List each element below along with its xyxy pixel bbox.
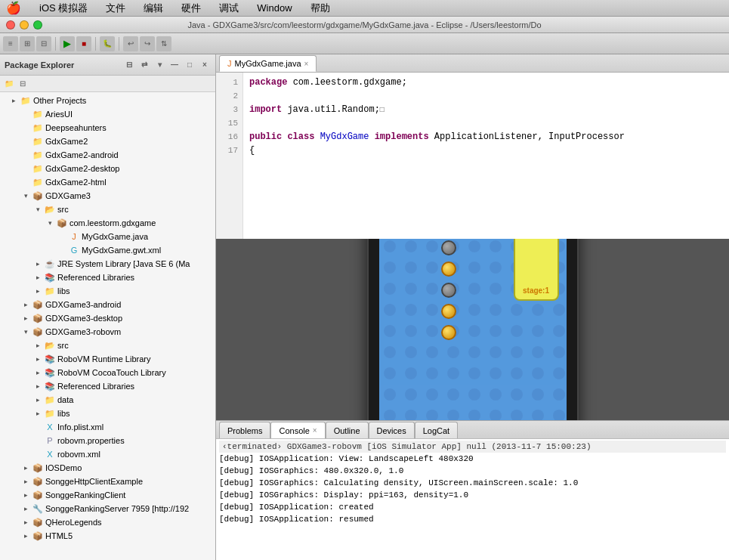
tree-item-robovm-cocoa[interactable]: ▸ 📚 RoboVM CocoaTouch Library	[0, 366, 215, 379]
tree-item-ariesui[interactable]: 📁 AriesUI	[0, 107, 215, 121]
stage-text: stage:1	[523, 286, 549, 295]
bottom-area: Problems Console × Outline Devices LogCa…	[216, 420, 729, 560]
songge-http-label: SonggeHttpClientExample	[45, 477, 143, 486]
tree-item-html5[interactable]: ▸ 📦 HTML5	[0, 529, 215, 543]
robovm-project-icon: 📦	[32, 326, 44, 338]
toolbar-btn-debug[interactable]: 🐛	[100, 36, 115, 51]
menu-edit[interactable]: 编辑	[141, 2, 166, 15]
toolbar-btn-stop[interactable]: ■	[76, 36, 91, 51]
tree-item-songge-http[interactable]: ▸ 📦 SonggeHttpClientExample	[0, 475, 215, 488]
props-icon: P	[44, 435, 56, 447]
songge-server-icon: 🔧	[32, 503, 44, 515]
tree-item-gdxgame2-android[interactable]: 📁 GdxGame2-android	[0, 148, 215, 162]
tree-item-libs[interactable]: ▸ 📁 libs	[0, 284, 215, 298]
tree-item-data[interactable]: ▸ 📁 data	[0, 393, 215, 407]
menu-simulator[interactable]: iOS 模拟器	[36, 2, 91, 15]
phone-screen: FPS:38 stage:1	[379, 239, 567, 420]
toolbar-btn-2[interactable]: ⊞	[20, 36, 35, 51]
panel-maximize-icon[interactable]: □	[184, 59, 196, 71]
console-output[interactable]: ‹terminated› GDXGame3-robovm [iOS Simula…	[216, 439, 729, 560]
new-folder-icon[interactable]: 📁	[3, 78, 15, 90]
tree-item-iosdemo[interactable]: ▸ 📦 IOSDemo	[0, 461, 215, 475]
tree-item-gdxgame2-desktop[interactable]: 📁 GdxGame2-desktop	[0, 162, 215, 175]
xml-icon: X	[44, 448, 56, 460]
tree-item-libs2[interactable]: ▸ 📁 libs	[0, 407, 215, 420]
tree-content: ▸ 📁 Other Projects 📁 AriesUI 📁 Deepseahu…	[0, 92, 215, 560]
code-content[interactable]: package com.leestorm.gdxgame; import jav…	[243, 73, 729, 239]
menu-help[interactable]: 帮助	[307, 2, 333, 15]
link-with-editor-icon[interactable]: ⇄	[138, 59, 150, 71]
apple-menu[interactable]: 🍎	[6, 1, 21, 15]
tab-problems[interactable]: Problems	[219, 422, 270, 438]
src-icon: 📂	[44, 203, 56, 215]
tree-item-jre[interactable]: ▸ ☕ JRE System Library [Java SE 6 (Ma	[0, 257, 215, 271]
folder-icon: 📁	[32, 176, 44, 188]
tree-item-mygdxgame-gwt[interactable]: G MyGdxGame.gwt.xml	[0, 243, 215, 257]
tree-item-deepseahunters[interactable]: 📁 Deepseahunters	[0, 121, 215, 135]
right-panel: J MyGdxGame.java × 1 2 3 15 16 17 packag…	[216, 54, 729, 560]
plist-icon: X	[44, 421, 56, 433]
menu-file[interactable]: 文件	[103, 2, 128, 15]
panel-toolbar: 📁 ⊟	[0, 76, 215, 92]
tree-item-src[interactable]: ▾ 📂 src	[0, 203, 215, 216]
tab-logcat[interactable]: LogCat	[415, 422, 458, 438]
maximize-button[interactable]	[33, 20, 42, 29]
toolbar-btn-1[interactable]: ≡	[3, 36, 18, 51]
toolbar-btn-6[interactable]: ⇅	[156, 36, 171, 51]
tree-item-songge-ranking[interactable]: ▸ 📦 SonggeRankingClient	[0, 488, 215, 502]
toolbar-btn-3[interactable]: ⊟	[36, 36, 51, 51]
tree-item-qhero[interactable]: ▸ 📦 QHeroLegends	[0, 515, 215, 529]
panel-minimize-icon[interactable]: —	[168, 59, 181, 71]
tree-item-gdxgame2[interactable]: 📁 GdxGame2	[0, 135, 215, 148]
html5-icon: 📦	[32, 530, 44, 542]
other-projects-label: Other Projects	[33, 96, 86, 105]
tree-item-info-plist[interactable]: X Info.plist.xml	[0, 420, 215, 434]
line-num-17: 17	[216, 144, 242, 157]
tree-item-robovm-xml[interactable]: X robovm.xml	[0, 447, 215, 461]
minimize-button[interactable]	[20, 20, 29, 29]
tree-item-gdx3-desktop[interactable]: ▸ 📦 GDXGame3-desktop	[0, 311, 215, 325]
jre-icon: ☕	[44, 258, 56, 270]
menu-hardware[interactable]: 硬件	[178, 2, 204, 15]
menu-debug[interactable]: 调试	[216, 2, 242, 15]
iosdemo-label: IOSDemo	[45, 463, 82, 472]
collapse-icon[interactable]: ⊟	[17, 78, 29, 90]
tab-outline[interactable]: Outline	[326, 422, 369, 438]
console-line-6: [debug] IOSApplication: resumed	[219, 513, 726, 525]
com-pkg-label: com.leestorm.gdxgame	[70, 218, 156, 227]
tree-item-robovm-runtime[interactable]: ▸ 📚 RoboVM Runtime Library	[0, 352, 215, 366]
robovm-runtime-icon: 📚	[44, 353, 56, 365]
editor-tab-mygdxgame[interactable]: J MyGdxGame.java ×	[219, 55, 317, 72]
toolbar-btn-run[interactable]: ▶	[60, 36, 75, 51]
panel-close-icon[interactable]: ×	[199, 59, 211, 71]
tab-console[interactable]: Console ×	[270, 422, 325, 438]
console-tab-close[interactable]: ×	[313, 426, 317, 435]
toolbar-btn-5[interactable]: ↪	[140, 36, 155, 51]
desktop-project-icon: 📦	[32, 312, 44, 324]
tree-item-robovm-props[interactable]: P robovm.properties	[0, 434, 215, 447]
tree-item-gdxgame2-html[interactable]: 📁 GdxGame2-html	[0, 175, 215, 189]
bottom-tabs: Problems Console × Outline Devices LogCa…	[216, 421, 729, 439]
tree-item-ref-libs2[interactable]: ▸ 📚 Referenced Libraries	[0, 379, 215, 393]
tree-item-com-pkg[interactable]: ▾ 📦 com.leestorm.gdxgame	[0, 216, 215, 230]
collapse-all-icon[interactable]: ⊟	[123, 59, 135, 71]
tab-close-icon[interactable]: ×	[304, 60, 309, 68]
close-button[interactable]	[6, 20, 15, 29]
tree-item-gdx3-android[interactable]: ▸ 📦 GDXGame3-android	[0, 298, 215, 311]
package-explorer-panel: Package Explorer ⊟ ⇄ ▾ — □ × 📁 ⊟ ▸ 📁 Oth…	[0, 54, 216, 560]
tree-item-mygdxgame-java[interactable]: J MyGdxGame.java	[0, 230, 215, 243]
coin-2	[441, 240, 456, 255]
tree-item-other-projects[interactable]: ▸ 📁 Other Projects	[0, 94, 215, 107]
tree-item-gdxgame3[interactable]: ▾ 📦 GDXGame3	[0, 189, 215, 203]
menu-window[interactable]: Window	[254, 2, 295, 14]
panel-menu-icon[interactable]: ▾	[153, 59, 165, 71]
tree-item-src2[interactable]: ▸ 📂 src	[0, 339, 215, 352]
tree-item-ref-libs[interactable]: ▸ 📚 Referenced Libraries	[0, 271, 215, 284]
tree-item-gdx3-robovm[interactable]: ▾ 📦 GDXGame3-robovm	[0, 325, 215, 339]
tree-item-songge-server[interactable]: ▸ 🔧 SonggeRankingServer 7959 [http://192	[0, 502, 215, 515]
tab-devices[interactable]: Devices	[369, 422, 415, 438]
toolbar-separator-3	[119, 37, 119, 51]
window-title: Java - GDXGame3/src/com/leestorm/gdxgame…	[187, 20, 541, 29]
qhero-icon: 📦	[32, 516, 44, 528]
toolbar-btn-4[interactable]: ↩	[123, 36, 138, 51]
